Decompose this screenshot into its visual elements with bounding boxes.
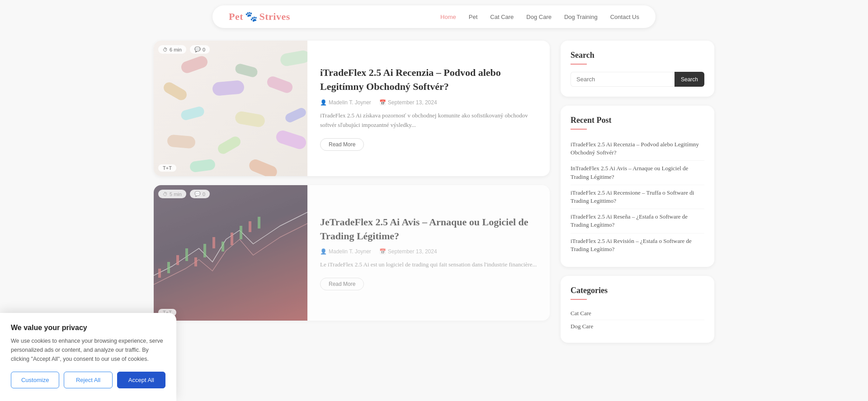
search-input[interactable] [571,72,675,87]
category-item-2[interactable]: Dog Care [571,320,704,333]
read-time-badge-2: ⏱ 5 min [158,190,186,198]
cookie-text: We use cookies to enhance your browsing … [11,336,165,350]
article-card-1: ⏱ 6 min 💬 0 T+T iTradeFlex 2.5 Ai Recenz… [154,41,550,176]
recent-posts-title: Recent Post [571,116,704,125]
articles-column: ⏱ 6 min 💬 0 T+T iTradeFlex 2.5 Ai Recenz… [154,41,550,343]
recent-post-item-1[interactable]: iTradeFlex 2.5 Ai Recenzia – Podvod aleb… [571,137,704,161]
svg-rect-7 [222,242,224,252]
clock-icon: ⏱ [163,47,168,52]
read-more-btn-2[interactable]: Read More [320,278,364,290]
svg-rect-11 [258,217,260,228]
pill-deco [284,107,307,124]
date-icon: 📅 September 13, 2024 [379,99,437,106]
header-wrapper: Pet🐾Strives Home Pet Cat Care Dog Care D… [0,0,868,33]
pill-deco [212,80,245,96]
cookie-banner: We value your privacy We use cookies to … [0,313,176,350]
comment-icon-2: 💬 [194,191,201,197]
pills-container [154,41,307,176]
pill-deco [234,63,259,78]
chart-svg [154,185,307,321]
nav-dog-care[interactable]: Dog Care [526,14,552,20]
categories-underline [571,299,587,300]
article-meta-overlay-2: ⏱ 5 min 💬 0 [158,190,210,198]
article-title-1[interactable]: iTradeFlex 2.5 Ai Recenzia – Podvod aleb… [320,66,537,94]
recent-post-item-5[interactable]: iTradeFlex 2.5 Ai Revisión – ¿Estafa o S… [571,233,704,257]
pill-deco [216,135,242,156]
categories-title: Categories [571,286,704,295]
pill-deco [247,158,278,176]
nav-cat-care[interactable]: Cat Care [490,14,514,20]
pill-deco [180,106,205,121]
svg-rect-4 [194,257,197,266]
svg-rect-3 [185,248,188,261]
svg-rect-1 [167,262,170,273]
sidebar: Search Search Recent Post iTradeFlex 2.5… [561,41,714,343]
date-icon-2: 📅 September 13, 2024 [379,248,437,255]
recent-post-item-3[interactable]: iTradeFlex 2.5 Ai Recensione – Truffa o … [571,185,704,209]
search-button[interactable]: Search [675,72,704,87]
pill-deco [162,80,189,102]
header: Pet🐾Strives Home Pet Cat Care Dog Care D… [212,5,656,28]
search-row: Search [571,72,704,87]
comments-badge-2: 💬 0 [190,190,210,198]
recent-posts-underline [571,129,587,130]
article-tag-1: T+T [158,164,176,172]
cookie-title: We value your privacy [11,324,165,332]
article-content-2: JeTradeFlex 2.5 Ai Avis – Arnaque ou Log… [307,185,550,321]
article-card-2: ⏱ 5 min 💬 0 T+T JeTradeFlex 2.5 Ai Avis … [154,185,550,321]
logo[interactable]: Pet🐾Strives [229,11,290,23]
comment-icon: 💬 [194,47,201,52]
article-image-1: ⏱ 6 min 💬 0 T+T [154,41,307,176]
svg-rect-6 [212,237,215,248]
comments-badge-1: 💬 0 [190,45,210,54]
author-icon-2: 👤 Madelin T. Joyner [320,248,371,255]
pill-deco [234,110,266,128]
pill-deco [279,50,307,67]
article-content-1: iTradeFlex 2.5 Ai Recenzia – Podvod aleb… [307,41,550,176]
nav-home[interactable]: Home [440,14,456,20]
logo-suffix: Strives [259,11,290,23]
nav-dog-training[interactable]: Dog Training [564,14,598,20]
logo-text: Pet [229,11,243,23]
article-excerpt-1: iTradeFlex 2.5 Ai získava pozornosť v ob… [320,111,537,130]
nav-contact[interactable]: Contact Us [610,14,639,20]
pill-deco [167,134,196,149]
recent-posts-card: Recent Post iTradeFlex 2.5 Ai Recenzia –… [561,106,714,267]
search-title: Search [571,51,704,60]
main-container: ⏱ 6 min 💬 0 T+T iTradeFlex 2.5 Ai Recenz… [145,33,723,350]
search-card: Search Search [561,41,714,97]
svg-rect-5 [203,244,206,257]
article-title-2[interactable]: JeTradeFlex 2.5 Ai Avis – Arnaque ou Log… [320,215,537,243]
recent-post-item-4[interactable]: iTradeFlex 2.5 Ai Reseña – ¿Estafa o Sof… [571,209,704,233]
svg-rect-10 [249,221,251,232]
pill-deco [274,129,307,151]
article-meta-overlay-1: ⏱ 6 min 💬 0 [158,45,210,54]
pill-deco [179,55,209,75]
chart-container [154,185,307,321]
svg-rect-8 [231,233,233,245]
pill-deco [189,159,216,173]
article-byline-1: 👤 Madelin T. Joyner 📅 September 13, 2024 [320,99,537,106]
main-nav: Home Pet Cat Care Dog Care Dog Training … [440,14,639,20]
clock-icon-2: ⏱ [163,191,168,197]
svg-rect-0 [158,269,161,278]
nav-pet[interactable]: Pet [469,14,478,20]
pill-deco [265,75,294,94]
recent-post-item-2[interactable]: InTradeFlex 2.5 Ai Avis – Arnaque ou Log… [571,161,704,185]
read-more-btn-1[interactable]: Read More [320,138,364,151]
author-icon: 👤 Madelin T. Joyner [320,99,371,106]
article-image-2: ⏱ 5 min 💬 0 T+T [154,185,307,321]
search-underline [571,64,587,65]
svg-rect-2 [176,255,179,265]
article-excerpt-2: Le iTradeFlex 2.5 Ai est un logiciel de … [320,260,537,270]
read-time-badge-1: ⏱ 6 min [158,45,186,54]
category-item-1[interactable]: Cat Care [571,307,704,320]
categories-card: Categories Cat Care Dog Care [561,276,714,343]
svg-rect-9 [240,226,242,239]
logo-paw: 🐾 [245,11,258,23]
article-byline-2: 👤 Madelin T. Joyner 📅 September 13, 2024 [320,248,537,255]
